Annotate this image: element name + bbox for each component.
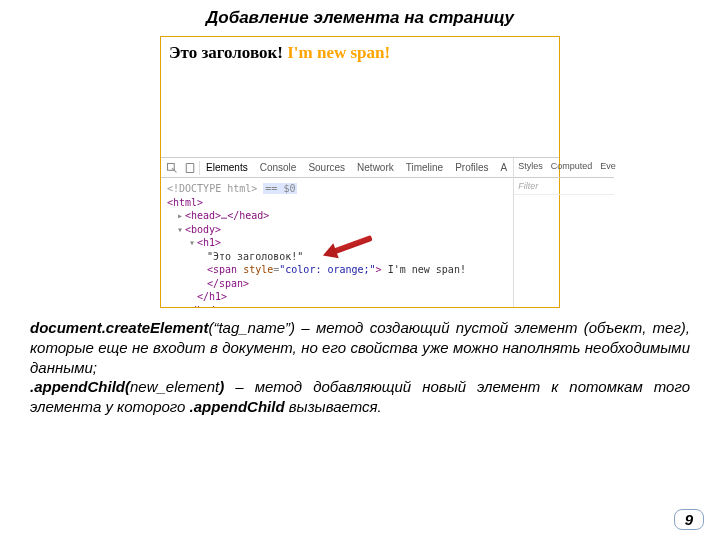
tab-timeline[interactable]: Timeline	[400, 159, 449, 176]
tab-elements[interactable]: Elements	[200, 159, 254, 176]
preview-heading-text: Это заголовок!	[169, 43, 283, 62]
side-tabs: Styles Computed Eve	[514, 158, 614, 178]
device-icon[interactable]	[181, 159, 199, 177]
styles-filter-input[interactable]: Filter	[514, 178, 614, 195]
devtools-panel: Elements Console Sources Network Timelin…	[161, 157, 559, 307]
tab-profiles[interactable]: Profiles	[449, 159, 494, 176]
tab-overflow[interactable]: A	[495, 159, 514, 176]
svg-rect-1	[186, 163, 194, 172]
explanation-paragraph-1: document.createElement(“tag_name”) – мет…	[28, 318, 692, 377]
dom-tree[interactable]: <!DOCTYPE html> == $0 <html> ▸<head>…</h…	[161, 178, 513, 307]
explanation-paragraph-2: .appendChild(new_element) – метод добавл…	[28, 377, 692, 417]
figure-box: Это заголовок! I'm new span! Elements Co…	[160, 36, 560, 308]
devtools-tabs: Elements Console Sources Network Timelin…	[161, 158, 513, 178]
rendered-preview: Это заголовок! I'm new span!	[161, 37, 559, 157]
side-tab-computed[interactable]: Computed	[547, 158, 597, 177]
devtools-left: Elements Console Sources Network Timelin…	[161, 158, 514, 307]
slide-title: Добавление элемента на страницу	[28, 8, 692, 28]
tab-network[interactable]: Network	[351, 159, 400, 176]
tab-sources[interactable]: Sources	[302, 159, 351, 176]
side-tab-events[interactable]: Eve	[596, 158, 620, 177]
inspect-icon[interactable]	[163, 159, 181, 177]
devtools-right: Styles Computed Eve Filter	[514, 158, 614, 307]
page-number-badge: 9	[674, 509, 704, 530]
side-tab-styles[interactable]: Styles	[514, 158, 547, 177]
preview-span-text: I'm new span!	[287, 43, 390, 62]
tab-console[interactable]: Console	[254, 159, 303, 176]
